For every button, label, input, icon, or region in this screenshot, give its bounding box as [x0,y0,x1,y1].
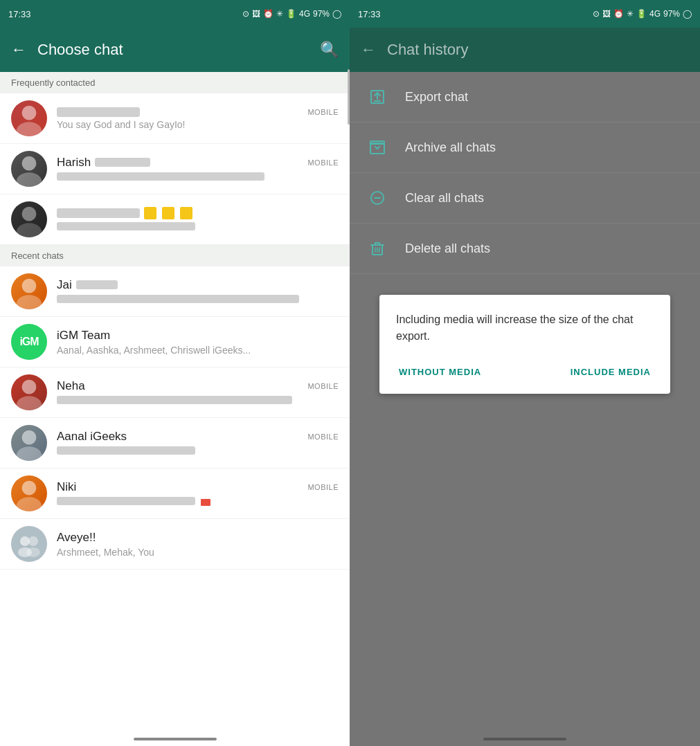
include-media-button[interactable]: INCLUDE MEDIA [568,361,654,383]
chat-scroll-area[interactable]: Frequently contacted MOBILE You say God … [0,72,350,732]
right-back-button[interactable]: ← [361,41,376,59]
chat-preview [57,446,339,457]
export-icon [366,86,388,108]
list-item[interactable]: Jai [0,266,350,317]
delete-icon [366,237,388,260]
right-home-bar [350,732,700,746]
svg-point-5 [17,223,42,237]
list-item[interactable]: MOBILE You say God and I say GayIo! [0,93,350,144]
circle-icon-r: ◯ [683,9,692,19]
list-item[interactable]: iGM iGM Team Aanal, Aashka, Arshmeet, Ch… [0,317,350,367]
recent-chats-header: Recent chats [0,245,350,266]
chat-name-row: MOBILE [57,107,339,117]
list-item[interactable]: Harish MOBILE [0,144,350,194]
blurred-preview [57,396,292,404]
avatar [11,151,47,187]
chat-preview [57,395,339,406]
right-time: 17:33 [358,9,381,19]
left-battery: 97% [313,9,330,19]
blurred-preview [57,497,195,505]
blurred-contact-name [57,107,140,117]
archive-icon [366,136,388,158]
svg-point-13 [17,497,42,511]
svg-point-7 [17,295,42,309]
svg-point-10 [22,430,37,445]
list-item[interactable]: Niki MOBILE [0,468,350,519]
avatar [11,374,47,410]
chat-name-row: iGM Team [57,329,339,343]
list-item[interactable]: Aveye!! Arshmeet, Mehak, You [0,519,350,570]
export-chat-label: Export chat [405,90,468,104]
bt-icon: ✳ [276,9,283,19]
left-status-icons: ⊙ 🖼 ⏰ ✳ 🔋 4G 97% ◯ [242,9,341,19]
chat-preview [57,172,339,183]
dialog-box: Including media will increase the size o… [379,295,670,394]
contact-name: Neha [57,379,85,393]
dialog-actions: WITHOUT MEDIA INCLUDE MEDIA [396,361,654,383]
chat-content [57,207,339,233]
left-panel: 17:33 ⊙ 🖼 ⏰ ✳ 🔋 4G 97% ◯ ← Choose chat 🔍… [0,0,350,746]
contact-name: Aveye!! [57,531,96,545]
avatar [11,201,47,237]
svg-point-6 [22,279,37,293]
sync-icon: ⊙ [242,9,249,19]
clear-all-chats-item[interactable]: Clear all chats [350,173,700,224]
blurred-preview [57,222,195,230]
contact-name: iGM Team [57,329,110,343]
chat-name-row: Harish MOBILE [57,156,339,170]
svg-point-8 [22,380,37,394]
battery-icon: 🔋 [286,9,296,19]
delete-all-chats-item[interactable]: Delete all chats [350,224,700,274]
chat-content: Aanal iGeeks MOBILE [57,430,339,457]
contact-name: Aanal iGeeks [57,430,127,444]
blurred-contact-name [57,208,140,218]
left-back-button[interactable]: ← [11,41,26,59]
right-toolbar: ← Chat history [350,28,700,72]
avatar [11,273,47,309]
chat-content: Neha MOBILE [57,379,339,406]
clear-all-chats-label: Clear all chats [405,191,484,206]
archive-all-chats-item[interactable]: Archive all chats [350,122,700,173]
search-button[interactable]: 🔍 [320,41,339,59]
chat-content: Harish MOBILE [57,156,339,183]
chat-content: Niki MOBILE [57,480,339,507]
blurred-extra [95,158,150,167]
svg-point-9 [17,396,42,410]
chat-preview [57,221,339,233]
left-status-bar: 17:33 ⊙ 🖼 ⏰ ✳ 🔋 4G 97% ◯ [0,0,350,28]
signal-icon: 4G [299,9,310,19]
left-toolbar: ← Choose chat 🔍 [0,28,350,72]
right-status-bar: 17:33 ⊙ 🖼 ⏰ ✳ 🔋 4G 97% ◯ [350,0,700,28]
chat-preview: Arshmeet, Mehak, You [57,547,339,558]
chat-name-row: Aanal iGeeks MOBILE [57,430,339,444]
list-item[interactable] [0,194,350,245]
chat-preview [57,496,339,507]
chat-name-row: Niki MOBILE [57,480,339,494]
blurred-preview [57,295,299,303]
contact-name: Niki [57,480,76,494]
right-battery: 97% [663,9,680,19]
mobile-badge: MOBILE [307,382,339,390]
chat-name-row [57,207,339,219]
export-chat-item[interactable]: Export chat [350,72,700,122]
igm-logo: iGM [19,336,38,348]
mobile-badge: MOBILE [307,158,339,167]
contact-name: Harish [57,156,91,170]
left-home-bar [0,732,350,746]
without-media-button[interactable]: WITHOUT MEDIA [396,361,484,383]
chat-preview: Aanal, Aashka, Arshmeet, Chriswell iGeek… [57,345,339,356]
list-item[interactable]: Aanal iGeeks MOBILE [0,418,350,468]
home-indicator-right [483,738,566,740]
clear-icon [366,187,388,209]
svg-point-11 [17,446,42,461]
list-item[interactable]: Neha MOBILE [0,367,350,418]
bt-icon-r: ✳ [627,9,634,19]
signal-icon-r: 4G [649,9,661,19]
dialog-overlay: Including media will increase the size o… [350,274,700,732]
left-toolbar-title: Choose chat [37,41,309,59]
chat-name-row: Neha MOBILE [57,379,339,393]
chat-content: iGM Team Aanal, Aashka, Arshmeet, Chrisw… [57,329,339,356]
avatar [11,100,47,136]
chat-name-row: Jai [57,278,339,292]
photo-icon-r: 🖼 [602,9,611,19]
